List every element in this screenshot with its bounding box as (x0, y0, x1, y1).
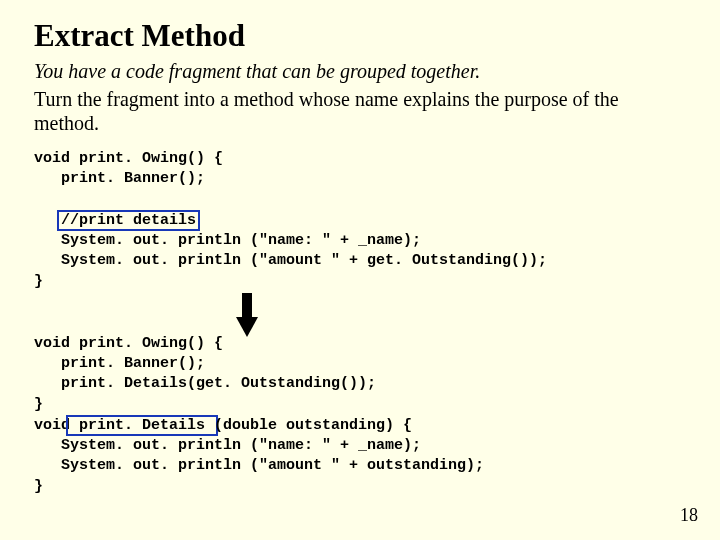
svg-rect-0 (242, 293, 252, 318)
slide-title: Extract Method (34, 18, 686, 54)
highlight-comment: //print details (57, 210, 200, 231)
code-line: print. Banner(); (34, 170, 205, 187)
code-line: print. Banner(); (34, 355, 205, 372)
code-line: System. out. println ("name: " + _name); (34, 437, 421, 454)
code-line: void print. Owing() { (34, 335, 223, 352)
svg-marker-1 (236, 317, 258, 337)
page-number: 18 (680, 505, 698, 526)
code-line: void print. Owing() { (34, 150, 223, 167)
slide: Extract Method You have a code fragment … (0, 0, 720, 540)
code-after: void print. Owing() { print. Banner(); p… (34, 334, 686, 497)
problem-statement: You have a code fragment that can be gro… (34, 60, 686, 83)
code-before: void print. Owing() { print. Banner(); /… (34, 149, 686, 292)
down-arrow-icon (236, 293, 258, 337)
solution-statement: Turn the fragment into a method whose na… (34, 87, 674, 135)
code-line: System. out. println ("amount " + get. O… (34, 252, 547, 269)
code-line: (double outstanding) { (214, 417, 412, 434)
code-line: System. out. println ("amount " + outsta… (34, 457, 484, 474)
code-line: } (34, 396, 43, 413)
code-line: void (34, 417, 70, 434)
code-line: print. Details(get. Outstanding()); (34, 375, 376, 392)
code-line: System. out. println ("name: " + _name); (34, 232, 421, 249)
highlight-method-name: print. Details (66, 415, 218, 436)
code-line: } (34, 478, 43, 495)
code-line: } (34, 273, 43, 290)
